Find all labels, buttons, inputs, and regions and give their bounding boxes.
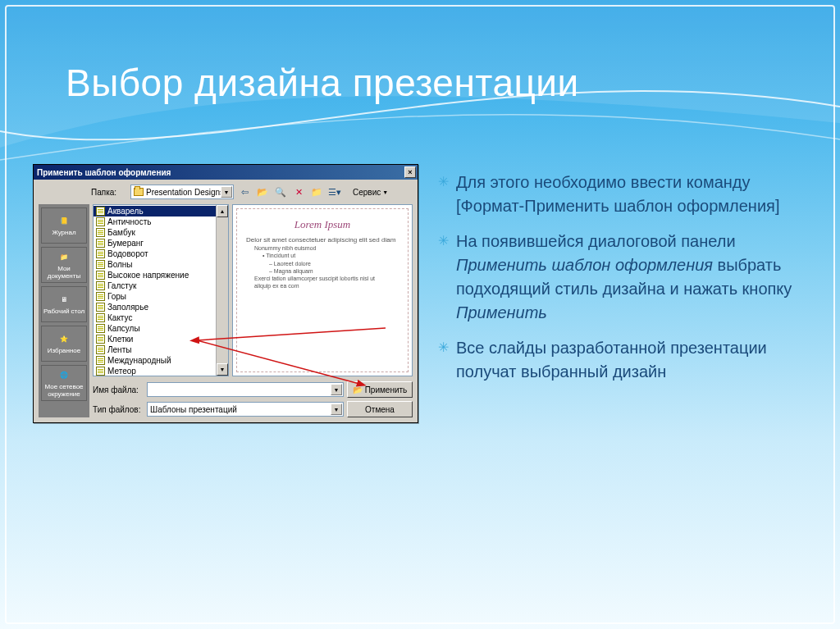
template-icon (96, 335, 105, 344)
list-item[interactable]: Акварель (94, 206, 228, 217)
apply-button[interactable]: 📂 Применить (347, 381, 413, 398)
folder-label: Папка: (91, 188, 127, 197)
slide: Выбор дизайна презентации Применить шабл… (0, 0, 840, 629)
filename-label: Имя файла: (93, 385, 144, 394)
close-icon[interactable]: × (404, 166, 416, 178)
delete-icon[interactable]: ✕ (291, 185, 306, 199)
dialog-screenshot: Применить шаблон оформления × Папка: Pre… (33, 164, 418, 435)
network-icon: 🌐 (54, 368, 74, 383)
list-item[interactable]: Клетки (94, 334, 228, 344)
file-panes: АкварельАнтичностьБамбукБумерангВодоворо… (93, 204, 413, 376)
list-item[interactable]: Ленты (94, 344, 228, 355)
back-icon[interactable]: ⇦ (237, 185, 252, 199)
bullet-item: На появившейся диалоговой панели Примени… (438, 230, 807, 325)
up-folder-icon[interactable]: 📂 (255, 185, 270, 199)
list-item[interactable]: Античность (94, 217, 228, 227)
template-icon (96, 356, 105, 365)
folder-combo[interactable]: Presentation Designs ▼ (130, 185, 234, 199)
dialog-title-text: Применить шаблон оформления (37, 168, 171, 177)
template-icon (96, 228, 105, 237)
list-item[interactable]: Волны (94, 259, 228, 270)
scroll-track[interactable] (217, 217, 228, 363)
apply-template-dialog: Применить шаблон оформления × Папка: Pre… (33, 164, 418, 423)
place-mydocs[interactable]: 📁 Мои документы (41, 247, 87, 283)
scroll-down-icon[interactable]: ▼ (217, 363, 228, 376)
folder-row: Папка: Presentation Designs ▼ ⇦ 📂 🔍 ✕ 📁 … (91, 185, 413, 199)
desktop-icon: 🖥 (54, 293, 74, 308)
bullet-item: Все слайды разработанной презентации пол… (438, 336, 807, 384)
place-favorites[interactable]: ⭐ Избранное (41, 326, 87, 362)
template-list[interactable]: АкварельАнтичностьБамбукБумерангВодоворо… (93, 204, 229, 376)
chevron-down-icon[interactable]: ▼ (331, 403, 342, 415)
scroll-up-icon[interactable]: ▲ (217, 205, 228, 217)
chevron-down-icon[interactable]: ▼ (331, 384, 342, 395)
service-menu[interactable]: Сервис ▼ (345, 185, 395, 199)
filename-field[interactable]: ▼ (147, 382, 344, 397)
list-item[interactable]: Кактус (94, 312, 228, 323)
places-bar: 📒 Журнал 📁 Мои документы 🖥 Рабочий стол (39, 204, 89, 417)
open-icon: 📂 (353, 385, 363, 394)
list-item[interactable]: Бумеранг (94, 238, 228, 248)
list-item[interactable]: Международный (94, 355, 228, 366)
template-icon (96, 313, 105, 322)
template-icon (96, 239, 105, 248)
bullet-item: Для этого необходимо ввести команду [Фор… (438, 171, 807, 218)
list-item[interactable]: Высокое напряжение (94, 270, 228, 280)
template-icon (96, 207, 105, 216)
template-icon (96, 260, 105, 269)
list-item[interactable]: Капсулы (94, 323, 228, 334)
list-item[interactable]: Заполярье (94, 302, 228, 312)
bullet-list: Для этого необходимо ввести команду [Фор… (438, 164, 807, 596)
folder-icon (134, 188, 144, 196)
folder-value: Presentation Designs (146, 188, 224, 197)
journal-icon: 📒 (54, 214, 74, 229)
template-icon (96, 303, 105, 312)
list-item[interactable]: Галстук (94, 280, 228, 291)
scrollbar[interactable]: ▲ ▼ (216, 205, 228, 376)
cancel-button[interactable]: Отмена (347, 401, 413, 417)
content-area: Применить шаблон оформления × Папка: Pre… (33, 164, 807, 596)
mydocs-icon: 📁 (54, 250, 74, 265)
template-icon (96, 292, 105, 301)
template-icon (96, 271, 105, 280)
slide-title: Выбор дизайна презентации (66, 61, 774, 105)
chevron-down-icon[interactable]: ▼ (221, 186, 232, 198)
list-item[interactable]: Водоворот (94, 248, 228, 259)
template-preview: Lorem Ipsum Delor sit amet consectetuer … (232, 204, 413, 376)
template-icon (96, 281, 105, 290)
template-icon (96, 324, 105, 333)
filetype-label: Тип файлов: (93, 405, 144, 414)
template-icon (96, 367, 105, 376)
dialog-body: Папка: Presentation Designs ▼ ⇦ 📂 🔍 ✕ 📁 … (34, 180, 418, 422)
place-journal[interactable]: 📒 Журнал (41, 207, 87, 244)
filetype-field[interactable]: Шаблоны презентаций ▼ (147, 402, 344, 417)
search-web-icon[interactable]: 🔍 (273, 185, 288, 199)
bottom-rows: Имя файла: ▼ 📂 Применить (93, 381, 413, 417)
dialog-main: 📒 Журнал 📁 Мои документы 🖥 Рабочий стол (39, 204, 413, 417)
template-icon (96, 249, 105, 258)
place-network[interactable]: 🌐 Мое сетевое окружение (41, 365, 87, 401)
new-folder-icon[interactable]: 📁 (309, 185, 324, 199)
dialog-titlebar: Применить шаблон оформления × (34, 165, 418, 180)
template-icon (96, 345, 105, 354)
list-item[interactable]: Бамбук (94, 227, 228, 238)
template-icon (96, 217, 105, 226)
list-item[interactable]: Горы (94, 291, 228, 302)
favorites-icon: ⭐ (54, 332, 74, 347)
views-icon[interactable]: ☰▾ (327, 185, 342, 199)
file-area: АкварельАнтичностьБамбукБумерангВодоворо… (93, 204, 413, 417)
place-desktop[interactable]: 🖥 Рабочий стол (41, 286, 87, 322)
list-item[interactable]: Метеор (94, 366, 228, 376)
